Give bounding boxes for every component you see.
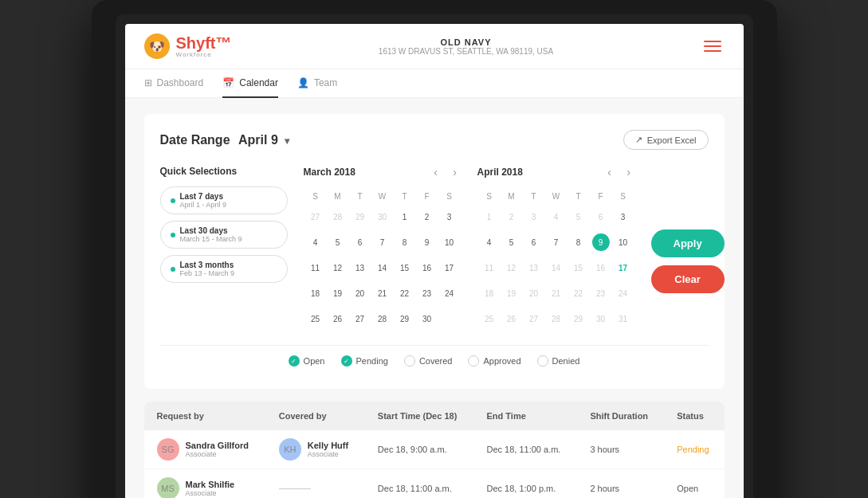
march-day[interactable]: 22 <box>395 281 415 305</box>
april-day[interactable]: 5 <box>568 205 589 229</box>
quick-last-7-days[interactable]: Last 7 days April 1 - April 9 <box>160 186 288 214</box>
april-day-17[interactable]: 17 <box>613 256 634 280</box>
april-day[interactable]: 6 <box>524 230 544 254</box>
april-day[interactable]: 5 <box>501 230 522 254</box>
april-day[interactable]: 19 <box>501 281 522 305</box>
march-day[interactable]: 24 <box>439 281 460 305</box>
april-day[interactable]: 7 <box>546 230 567 254</box>
april-day[interactable]: 8 <box>568 230 589 254</box>
quick-date: April 1 - April 9 <box>180 201 227 209</box>
april-day[interactable]: 16 <box>591 256 611 280</box>
store-name: OLD NAVY <box>379 37 553 47</box>
march-day[interactable]: 26 <box>328 307 348 331</box>
march-day[interactable]: 25 <box>305 307 326 331</box>
april-day[interactable]: 22 <box>568 281 589 305</box>
april-day[interactable]: 24 <box>613 281 634 305</box>
march-day[interactable]: 5 <box>328 230 348 254</box>
nav-calendar[interactable]: 📅 Calendar <box>222 69 278 98</box>
april-day[interactable]: 29 <box>568 307 589 331</box>
march-day[interactable]: 14 <box>372 256 393 280</box>
quick-last-30-days[interactable]: Last 30 days March 15 - March 9 <box>160 221 288 249</box>
march-day[interactable]: 27 <box>350 307 371 331</box>
april-day[interactable]: 1 <box>479 205 500 229</box>
march-day[interactable]: 10 <box>439 230 460 254</box>
april-day[interactable]: 30 <box>591 307 611 331</box>
april-day[interactable]: 31 <box>613 307 634 331</box>
calendar-section: Quick Selections Last 7 days April 1 - A… <box>160 166 709 332</box>
march-day[interactable]: 2 <box>417 205 438 229</box>
user-name: Sandra Gillford <box>186 441 249 450</box>
march-day[interactable]: 29 <box>350 205 371 229</box>
march-day[interactable]: 18 <box>305 281 326 305</box>
store-info: OLD NAVY 1613 W DRAVUS ST, SEATTLE, WA 9… <box>379 37 553 56</box>
legend-approved: Approved <box>468 355 520 367</box>
march-day[interactable]: 7 <box>372 230 393 254</box>
april-day[interactable]: 3 <box>613 205 634 229</box>
march-day[interactable]: 13 <box>350 256 371 280</box>
march-day[interactable]: 9 <box>417 230 438 254</box>
april-day[interactable]: 4 <box>546 205 567 229</box>
march-day[interactable]: 27 <box>305 205 326 229</box>
april-next-button[interactable]: › <box>623 166 635 178</box>
april-day[interactable]: 4 <box>479 230 500 254</box>
april-day[interactable]: 2 <box>501 205 522 229</box>
nav-dashboard[interactable]: ⊞ Dashboard <box>144 69 204 98</box>
open-icon: ✓ <box>289 355 300 367</box>
april-day[interactable]: 13 <box>524 256 544 280</box>
march-day[interactable]: 21 <box>372 281 393 305</box>
col-status: Status <box>664 402 724 430</box>
march-prev-button[interactable]: ‹ <box>430 166 442 178</box>
march-day[interactable]: 17 <box>439 256 460 280</box>
march-day[interactable]: 28 <box>372 307 393 331</box>
table-row: MS Mark Shilfie Associate <box>144 469 725 499</box>
april-day[interactable]: 3 <box>524 205 544 229</box>
menu-button[interactable] <box>701 37 725 55</box>
march-day[interactable]: 12 <box>328 256 348 280</box>
apply-button[interactable]: Apply <box>651 229 725 257</box>
march-day[interactable]: 16 <box>417 256 438 280</box>
april-day[interactable]: 11 <box>479 256 500 280</box>
march-day[interactable]: 20 <box>350 281 371 305</box>
clear-button[interactable]: Clear <box>651 265 725 293</box>
april-day[interactable]: 14 <box>546 256 567 280</box>
date-range-section: Date Range April 9 ▾ ↗ Export Excel Quic… <box>144 114 725 389</box>
april-day[interactable]: 21 <box>546 281 567 305</box>
march-day[interactable]: 8 <box>395 230 415 254</box>
april-day-9[interactable]: 9 <box>591 230 611 254</box>
april-day[interactable]: 12 <box>501 256 522 280</box>
quick-dot <box>171 267 175 272</box>
avatar: KH <box>279 438 301 461</box>
quick-last-3-months[interactable]: Last 3 months Feb 13 - March 9 <box>160 255 288 283</box>
march-day[interactable]: 3 <box>439 205 460 229</box>
export-label: Export Excel <box>647 135 697 145</box>
date-range-arrow[interactable]: ▾ <box>285 135 289 147</box>
march-day[interactable]: 29 <box>395 307 415 331</box>
april-prev-button[interactable]: ‹ <box>603 166 616 178</box>
april-day[interactable]: 20 <box>524 281 544 305</box>
april-day[interactable]: 6 <box>591 205 611 229</box>
april-day[interactable]: 15 <box>568 256 589 280</box>
march-day[interactable]: 19 <box>328 281 348 305</box>
col-covered-by: Covered by <box>266 402 365 430</box>
april-day[interactable]: 26 <box>501 307 522 331</box>
april-day[interactable]: 18 <box>479 281 500 305</box>
march-day[interactable]: 4 <box>305 230 326 254</box>
march-day[interactable]: 23 <box>417 281 438 305</box>
april-day[interactable]: 10 <box>613 230 634 254</box>
march-day[interactable]: 15 <box>395 256 415 280</box>
march-day[interactable]: 28 <box>328 205 348 229</box>
export-excel-button[interactable]: ↗ Export Excel <box>623 130 709 150</box>
march-day[interactable]: 6 <box>350 230 371 254</box>
march-day[interactable]: 11 <box>305 256 326 280</box>
nav-team[interactable]: 👤 Team <box>297 69 337 98</box>
march-day[interactable]: 1 <box>395 205 415 229</box>
march-day[interactable]: 30 <box>372 205 393 229</box>
april-day[interactable]: 27 <box>524 307 544 331</box>
april-calendar-header: April 2018 ‹ › <box>477 166 635 178</box>
april-day[interactable]: 23 <box>591 281 611 305</box>
march-next-button[interactable]: › <box>449 166 461 178</box>
march-day[interactable]: 30 <box>417 307 438 331</box>
april-day[interactable]: 25 <box>479 307 500 331</box>
april-calendar: April 2018 ‹ › S M <box>477 166 635 332</box>
april-day[interactable]: 28 <box>546 307 567 331</box>
